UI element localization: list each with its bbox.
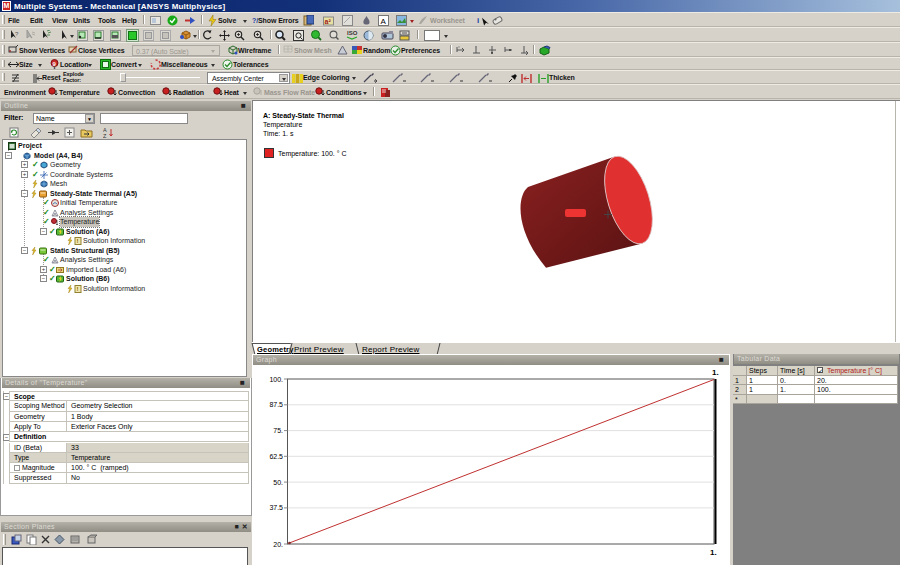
svg-text:62.5: 62.5 (269, 453, 283, 460)
svg-text:100.: 100. (269, 376, 283, 383)
svg-text:37.5: 37.5 (269, 504, 283, 511)
svg-text:!: ! (77, 286, 79, 292)
svg-text:?: ? (15, 31, 19, 37)
svg-text:a²: a² (325, 18, 332, 25)
svg-text:A: A (381, 17, 387, 26)
svg-text:87.5: 87.5 (269, 401, 283, 408)
svg-text:20.: 20. (273, 541, 283, 548)
svg-text:!: ! (77, 238, 79, 244)
svg-text:Z: Z (103, 133, 107, 139)
svg-text:50.: 50. (273, 479, 283, 486)
svg-text:1.: 1. (712, 368, 719, 377)
svg-text:ISO: ISO (347, 30, 358, 36)
svg-text:1.: 1. (710, 548, 717, 557)
svg-text:75.: 75. (273, 427, 283, 434)
